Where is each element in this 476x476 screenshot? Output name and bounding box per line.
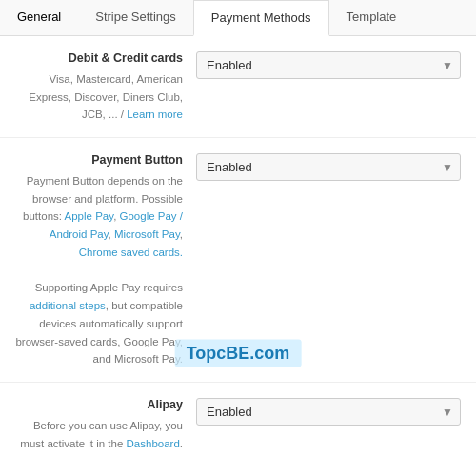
row-desc-debit-credit: Visa, Mastercard, American Express, Disc… [29, 73, 183, 121]
row-desc-alipay: Before you can use Alipay, you must acti… [20, 420, 183, 449]
apple-pay-link[interactable]: Apple Pay [65, 210, 114, 222]
select-wrapper-payment-button: EnabledDisabled▼ [196, 153, 461, 181]
learn-more-link[interactable]: Learn more [127, 109, 183, 120]
content-area: Debit & Credit cardsVisa, Mastercard, Am… [0, 36, 476, 476]
microsoft-pay-link[interactable]: Microsoft Pay [114, 228, 180, 240]
chrome-cards-link[interactable]: Chrome saved cards. [79, 247, 183, 258]
tab-payment-methods[interactable]: Payment Methods [193, 0, 329, 36]
row-title-payment-button: Payment Button [15, 151, 183, 169]
alipay-dashboard-link[interactable]: Dashboard [127, 438, 180, 449]
additional-steps-link[interactable]: additional steps [30, 300, 106, 311]
select-wrapper-debit-credit: EnabledDisabled▼ [196, 51, 461, 79]
row-wechat-pay: WeChat PayBefore you can use WeChat, you… [0, 466, 476, 476]
select-debit-credit[interactable]: EnabledDisabled [196, 51, 461, 79]
tab-template[interactable]: Template [329, 0, 414, 36]
tab-stripe-settings[interactable]: Stripe Settings [78, 0, 193, 36]
row-right-debit-credit: EnabledDisabled▼ [196, 50, 461, 79]
row-alipay: AlipayBefore you can use Alipay, you mus… [0, 383, 476, 466]
select-alipay[interactable]: EnabledDisabled [196, 398, 461, 426]
tab-bar: GeneralStripe SettingsPayment MethodsTem… [0, 0, 476, 36]
row-title-alipay: Alipay [15, 396, 183, 414]
row-title-debit-credit: Debit & Credit cards [15, 50, 183, 68]
select-wrapper-alipay: EnabledDisabled▼ [196, 398, 461, 426]
select-payment-button[interactable]: EnabledDisabled [196, 153, 461, 181]
row-right-alipay: EnabledDisabled▼ [196, 396, 461, 426]
row-left-debit-credit: Debit & Credit cardsVisa, Mastercard, Am… [15, 50, 196, 124]
row-right-payment-button: EnabledDisabled▼ [196, 151, 461, 181]
row-desc-payment-button: Payment Button depends on the browser an… [15, 175, 183, 366]
row-left-payment-button: Payment ButtonPayment Button depends on … [15, 151, 196, 368]
row-debit-credit: Debit & Credit cardsVisa, Mastercard, Am… [0, 36, 476, 138]
row-payment-button: Payment ButtonPayment Button depends on … [0, 138, 476, 383]
row-left-alipay: AlipayBefore you can use Alipay, you mus… [15, 396, 196, 452]
tab-general[interactable]: General [0, 0, 78, 36]
